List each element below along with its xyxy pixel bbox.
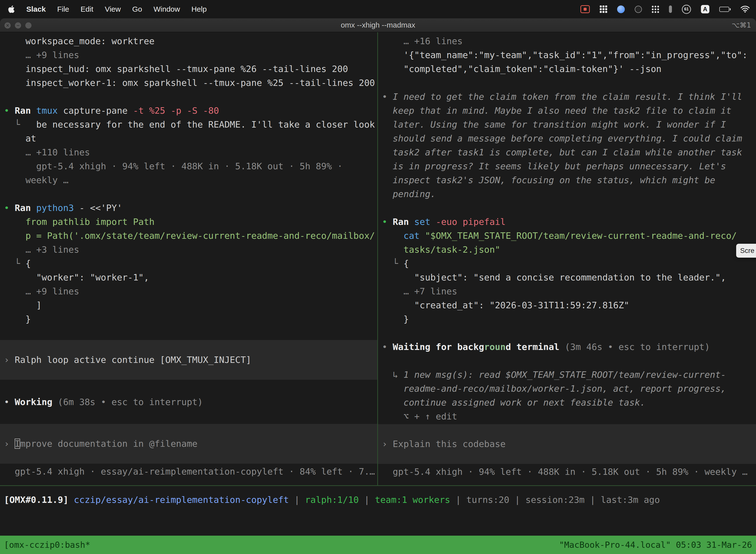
terminal-line: … +3 lines [0,243,377,257]
tmux-status-bar: [omx-cczip0:bash* "MacBook-Pro-44.local"… [0,536,756,554]
terminal-line [378,201,756,215]
terminal-line: task2 after task1 is complete, but can I… [378,146,756,159]
window-shortcut-hint: ⌥⌘1 [732,21,751,29]
wifi-icon[interactable] [741,6,750,13]
input-source-icon[interactable]: A [701,5,709,13]
zoom-window-button[interactable] [25,22,32,29]
close-window-button[interactable]: × [4,22,11,29]
terminal-line: from pathlib import Path [0,215,377,229]
terminal-line: "worker": "worker-1", [0,271,377,284]
terminal-line: keep that in mind. Maybe I also need the… [378,104,756,118]
menu-item-edit[interactable]: Edit [81,5,93,13]
omx-team: team:1 workers [375,495,450,505]
terminal-line: └ { [378,257,756,271]
terminal-line: … +7 lines [378,284,756,298]
terminal-line: └ { [0,257,377,271]
terminal-pane-left[interactable]: workspace_mode: worktree … +9 lines insp… [0,32,377,485]
terminal-line: ⌥ + ↑ edit [378,409,756,424]
screen-overlay-chip: Scre [736,244,756,258]
blue-app-icon[interactable] [617,5,625,13]
battery-ring-icon[interactable]: 61 [682,5,691,14]
omx-project: cczip/essay/ai-reimplementation-copyleft [74,495,289,505]
terminal-line: • Working (6m 38s • esc to interrupt) [0,395,377,409]
terminal-pane-right[interactable]: … +16 lines '{"team_name":"my-team","tas… [378,32,756,485]
menu-item-go[interactable]: Go [132,5,142,13]
terminal-line: • Ran set -euo pipefail [378,215,756,229]
terminal-line: gpt-5.4 xhigh · 94% left · 488K in · 5.1… [0,159,377,173]
minimize-window-button[interactable]: − [15,22,21,29]
menu-bar: Slack File Edit View Go Window Help 61 A [0,0,756,18]
terminal-line: ↳ 1 new msg(s): read $OMX_TEAM_STATE_ROO… [378,368,756,382]
terminal-line: inspect_hud: omx sparkshell --tmux-pane … [0,62,377,76]
terminal-line: └ be necessary for the end of the README… [0,118,377,131]
app-grid-dots-icon[interactable] [652,6,659,13]
screen-overlay-chip-text: Scre [740,247,755,255]
window-title-bar: × − omx --xhigh --madmax ⌥⌘1 [0,18,756,32]
prompt-input[interactable]: › Explain this codebase [378,424,756,464]
tmux-session-label: [omx-cczip0:bash* [4,536,90,554]
menu-item-window[interactable]: Window [153,5,180,13]
terminal-line: weekly … [0,173,377,187]
terminal-line: … +110 lines [0,146,377,159]
terminal-line: tasks/task-2.json" [378,243,756,257]
battery-icon[interactable] [719,7,731,12]
apple-menu-icon[interactable] [8,5,15,13]
omx-status-line: [OMX#0.11.9] cczip/essay/ai-reimplementa… [4,493,660,507]
keyboard-grid-icon[interactable] [600,5,607,13]
prompt-text: › Ralph loop active continue [OMX_TMUX_I… [0,353,251,367]
omx-version: [OMX#0.11.9] [4,495,68,505]
terminal-line: is in progress? It seems likely but perh… [378,159,756,173]
terminal-line: gpt-5.4 xhigh · essay/ai-reimplementatio… [0,465,377,479]
terminal-line [0,187,377,201]
terminal-line: continue assigned work or next feasible … [378,396,756,409]
tmux-host-clock: "MacBook-Pro-44.local" 05:03 31-Mar-26 [559,536,752,554]
prompt-text: › Improve documentation in @filename [0,437,197,451]
terminal-line: at [0,131,377,146]
terminal-line [0,90,377,104]
terminal-line: "created_at": "2026-03-31T11:59:27.816Z" [378,298,756,312]
terminal-line: } [0,312,377,326]
terminal-line: "subject": "send a concise recommendatio… [378,271,756,284]
terminal-line: '{"team_name":"my-team","task_id":"1","f… [378,48,756,62]
terminal-line: gpt-5.4 xhigh · 94% left · 488K in · 5.1… [378,465,756,479]
terminal-line: • Ran tmux capture-pane -t %25 -p -S -80 [0,104,377,118]
omx-turns: turns:20 [466,495,509,505]
screen-recording-indicator-icon[interactable] [580,5,590,13]
terminal-area: workspace_mode: worktree … +9 lines insp… [0,32,756,486]
menu-item-file[interactable]: File [57,5,69,13]
prompt-text: › Explain this codebase [378,437,506,451]
terminal-line: inspect task2's JSON, focusing on the st… [378,173,756,187]
terminal-line [378,326,756,340]
terminal-line: • Ran python3 - <<'PY' [0,201,377,215]
app-menu-slack[interactable]: Slack [26,5,46,13]
terminal-line: pending. [378,187,756,201]
key-icon[interactable] [669,5,672,13]
battery-ring-value: 61 [684,7,689,11]
terminal-line: cat "$OMX_TEAM_STATE_ROOT/team/review-cu… [378,229,756,243]
terminal-line: readme-and-reco/mailbox/worker-1.json, a… [378,382,756,396]
terminal-line [0,326,377,340]
terminal-line: workspace_mode: worktree [0,34,377,48]
terminal-line [378,76,756,90]
terminal-line: should send a message before completing … [378,131,756,146]
spacer [0,380,377,395]
terminal-line: • Waiting for background terminal (3m 46… [378,340,756,354]
prompt-input[interactable]: › Ralph loop active continue [OMX_TMUX_I… [0,340,377,380]
spacer [0,409,377,424]
dark-circle-app-icon[interactable] [635,6,642,13]
terminal-line: later. Using the same for transition mig… [378,118,756,131]
terminal-line [378,354,756,368]
terminal-line: "completed","claim_token":"claim-token"}… [378,62,756,76]
prompt-input[interactable]: › Improve documentation in @filename [0,424,377,464]
terminal-line: • I need to get the claim token from the… [378,90,756,104]
menu-item-view[interactable]: View [105,5,121,13]
omx-session: session:23m [525,495,585,505]
terminal-line: inspect_worker-1: omx sparkshell --tmux-… [0,76,377,90]
terminal-line: } [378,312,756,326]
terminal-line: … +16 lines [378,34,756,48]
terminal-line: … +9 lines [0,284,377,298]
omx-last: last:3m ago [601,495,660,505]
terminal-line: … +9 lines [0,48,377,62]
menu-item-help[interactable]: Help [191,5,207,13]
terminal-line: p = Path('.omx/state/team/review-current… [0,229,377,243]
